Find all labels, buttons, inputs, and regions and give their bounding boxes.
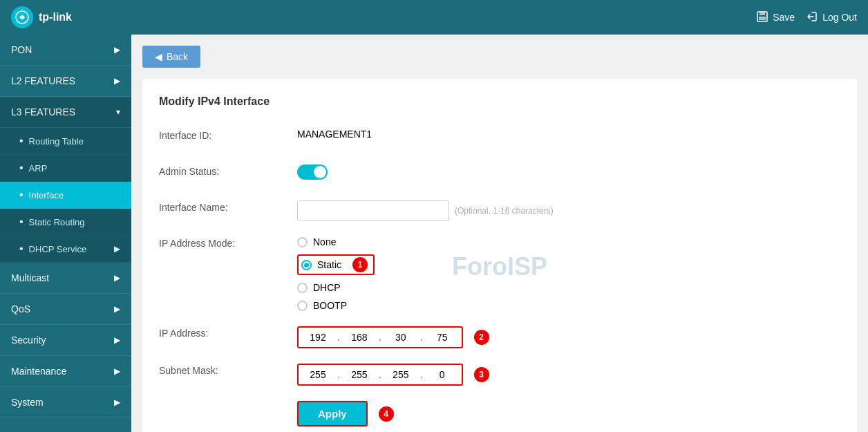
ip-oct4[interactable] [426, 329, 459, 346]
sidebar-item-multicast-label: Multicast [11, 272, 49, 283]
sidebar-item-l3-label: L3 FEATURES [11, 106, 75, 118]
admin-status-label: Admin Status: [159, 160, 297, 177]
admin-status-value[interactable] [297, 160, 840, 180]
top-navigation: tp-link Save Log Out [0, 0, 868, 35]
brand-name: tp-link [39, 11, 72, 24]
logout-label: Log Out [822, 12, 857, 23]
subnet-mask-value: . . . 3 [297, 359, 840, 386]
step-badge-2: 2 [474, 330, 489, 345]
interface-id-row: Interface ID: MANAGEMENT1 [159, 124, 840, 149]
sidebar-item-arp[interactable]: • ARP [0, 155, 131, 182]
mask-dot-2: . [377, 369, 383, 380]
ip-dot-3: . [419, 332, 424, 343]
dot-routing-table: • [19, 135, 23, 147]
interface-id-label: Interface ID: [159, 124, 297, 141]
sidebar-item-l2features[interactable]: L2 FEATURES ▶ [0, 66, 131, 97]
sidebar-label-arp: ARP [29, 163, 48, 173]
logout-button[interactable]: Log Out [806, 10, 857, 25]
sidebar-item-multicast[interactable]: Multicast ▶ [0, 263, 131, 294]
radio-static[interactable]: Static 1 [297, 254, 375, 275]
chevron-security: ▶ [114, 335, 120, 345]
main-layout: PON ▶ L2 FEATURES ▶ L3 FEATURES ▾ • Rout… [0, 35, 868, 432]
sidebar-item-static-routing[interactable]: • Static Routing [0, 209, 131, 236]
sidebar-item-l2-label: L2 FEATURES [11, 75, 75, 86]
svg-rect-3 [759, 17, 766, 20]
apply-row: Apply 4 [159, 397, 840, 426]
admin-status-toggle[interactable] [297, 165, 328, 180]
sidebar-item-interface[interactable]: • Interface [0, 182, 131, 209]
radio-dhcp-label: DHCP [313, 282, 341, 293]
sidebar-item-routing-table[interactable]: • Routing Table [0, 128, 131, 155]
back-label: Back [167, 51, 188, 62]
mask-dot-3: . [419, 369, 424, 380]
interface-name-input[interactable] [297, 200, 449, 221]
sidebar-chevron-pon: ▶ [114, 45, 120, 55]
ip-address-mode-row: IP Address Mode: None Static 1 [159, 232, 840, 311]
ip-oct1[interactable] [301, 329, 334, 346]
sidebar-item-dhcp-service[interactable]: • DHCP Service ▶ [0, 236, 131, 263]
ip-oct3[interactable] [384, 329, 417, 346]
chevron-maintenance: ▶ [114, 366, 120, 376]
interface-name-label: Interface Name: [159, 196, 297, 213]
sidebar-item-maintenance[interactable]: Maintenance ▶ [0, 356, 131, 387]
apply-value: Apply 4 [297, 397, 840, 426]
sidebar-label-dhcp: DHCP Service [29, 244, 87, 254]
ip-address-mode-value: None Static 1 DHCP [297, 232, 840, 311]
radio-circle-dhcp [297, 283, 308, 293]
step-badge-4: 4 [379, 406, 394, 422]
radio-none[interactable]: None [297, 236, 336, 247]
step-badge-3: 3 [474, 367, 489, 382]
sidebar-item-qos[interactable]: QoS ▶ [0, 294, 131, 325]
interface-id-text: MANAGEMENT1 [297, 129, 372, 140]
chevron-qos: ▶ [114, 304, 120, 314]
dot-dhcp: • [19, 243, 23, 254]
sidebar-item-maintenance-label: Maintenance [11, 366, 66, 377]
interface-name-value: (Optional. 1-16 characters) [297, 196, 840, 221]
radio-circle-none [297, 237, 308, 247]
radio-bootp-label: BOOTP [313, 300, 347, 311]
radio-circle-bootp [297, 301, 308, 311]
sidebar-chevron-l3: ▾ [116, 107, 120, 117]
modify-ipv4-card: ForoISP Modify IPv4 Interface Interface … [142, 79, 857, 432]
sidebar-item-security-label: Security [11, 335, 46, 346]
sidebar-label-interface: Interface [29, 190, 64, 200]
sidebar-item-security[interactable]: Security ▶ [0, 325, 131, 356]
apply-spacer [159, 397, 297, 402]
svg-rect-2 [760, 12, 765, 15]
apply-button[interactable]: Apply [297, 401, 368, 426]
ip-address-value: . . . 2 [297, 322, 840, 348]
sidebar-item-system-label: System [11, 397, 44, 408]
mask-oct2[interactable] [343, 366, 376, 383]
mask-oct1[interactable] [301, 366, 334, 383]
mask-oct4[interactable] [426, 366, 459, 383]
sidebar-item-system[interactable]: System ▶ [0, 387, 131, 418]
ip-dot-2: . [377, 332, 383, 343]
ip-address-row: IP Address: . . . 2 [159, 322, 840, 348]
sidebar-item-qos-label: QoS [11, 303, 30, 314]
page-title: Modify IPv4 Interface [159, 95, 840, 108]
ip-dot-1: . [336, 332, 341, 343]
interface-id-value: MANAGEMENT1 [297, 124, 840, 140]
back-button[interactable]: ◀ Back [142, 46, 200, 68]
ip-address-field: . . . [297, 326, 463, 348]
radio-circle-static [301, 260, 312, 270]
admin-status-row: Admin Status: [159, 160, 840, 185]
sidebar-l3-submenu: • Routing Table • ARP • Interface • Stat… [0, 128, 131, 263]
radio-dhcp[interactable]: DHCP [297, 282, 341, 293]
sidebar-item-l3features[interactable]: L3 FEATURES ▾ [0, 97, 131, 128]
radio-bootp[interactable]: BOOTP [297, 300, 347, 311]
dot-static-routing: • [19, 216, 23, 227]
save-button[interactable]: Save [756, 10, 795, 25]
sidebar-item-pon-label: PON [11, 44, 32, 55]
ip-address-label: IP Address: [159, 322, 297, 339]
dot-interface: • [19, 189, 23, 200]
radio-static-label: Static [317, 259, 341, 270]
ip-oct2[interactable] [343, 329, 376, 346]
radio-none-label: None [313, 236, 336, 247]
chevron-multicast: ▶ [114, 273, 120, 283]
interface-name-hint: (Optional. 1-16 characters) [455, 206, 554, 216]
mask-oct3[interactable] [384, 366, 417, 383]
logout-icon [806, 10, 818, 25]
back-arrow-icon: ◀ [155, 51, 162, 62]
sidebar-item-pon[interactable]: PON ▶ [0, 35, 131, 66]
